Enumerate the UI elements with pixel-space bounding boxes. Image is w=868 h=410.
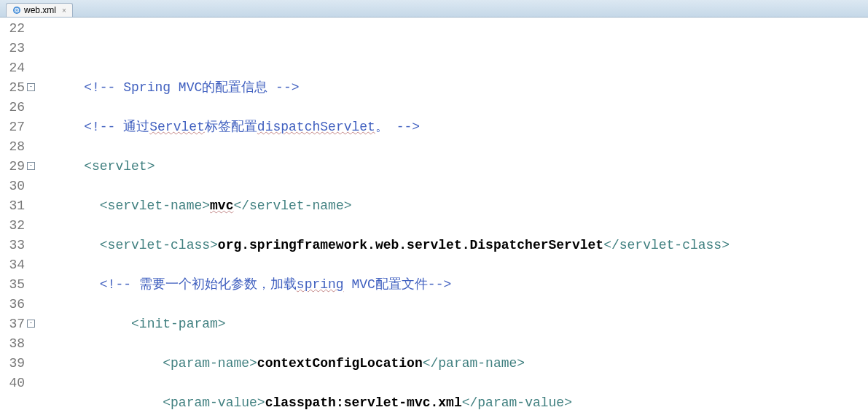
line-number: 33	[3, 236, 25, 255]
line-number: 32	[3, 216, 25, 236]
code-line: <servlet>	[52, 157, 868, 177]
line-number: 36	[3, 295, 25, 314]
line-number: 31	[3, 196, 25, 216]
line-number-gutter: 22232425-26272829-3031323334353637-38394…	[0, 18, 31, 410]
line-number: 26	[3, 98, 25, 117]
line-number: 35	[3, 275, 25, 295]
line-number: 34	[3, 255, 25, 275]
close-icon[interactable]: ×	[62, 7, 66, 15]
line-number: 25-	[3, 78, 25, 98]
code-line: <servlet-class>org.springframework.web.s…	[52, 236, 868, 255]
line-number: 22	[3, 19, 25, 39]
code-editor[interactable]: 22232425-26272829-3031323334353637-38394…	[0, 18, 868, 410]
line-number: 24	[3, 58, 25, 78]
xml-file-icon	[12, 6, 21, 15]
code-line: <param-name>contextConfigLocation</param…	[52, 354, 868, 374]
line-number: 30	[3, 177, 25, 196]
editor-tab-webxml[interactable]: web.xml ×	[6, 3, 73, 17]
code-line	[52, 39, 868, 58]
code-line: <!-- 需要一个初始化参数，加载spring MVC配置文件-->	[52, 275, 868, 295]
line-number: 38	[3, 334, 25, 354]
code-line: <!-- Spring MVC的配置信息 -->	[52, 78, 868, 98]
code-line: <init-param>	[52, 314, 868, 334]
line-number: 28	[3, 137, 25, 157]
line-number: 37-	[3, 314, 25, 334]
code-line: <!-- 通过Servlet标签配置dispatchServlet。 -->	[52, 117, 868, 137]
line-number: 29-	[3, 157, 25, 177]
code-line: <param-value>classpath:servlet-mvc.xml</…	[52, 393, 868, 410]
line-number: 23	[3, 39, 25, 58]
line-number: 39	[3, 354, 25, 374]
line-number: 27	[3, 117, 25, 137]
code-area[interactable]: <!-- Spring MVC的配置信息 --> <!-- 通过Servlet标…	[31, 18, 868, 410]
tab-bar: web.xml ×	[0, 0, 868, 18]
line-number: 40	[3, 374, 25, 393]
code-line: <servlet-name>mvc</servlet-name>	[52, 196, 868, 216]
tab-filename: web.xml	[24, 5, 56, 15]
